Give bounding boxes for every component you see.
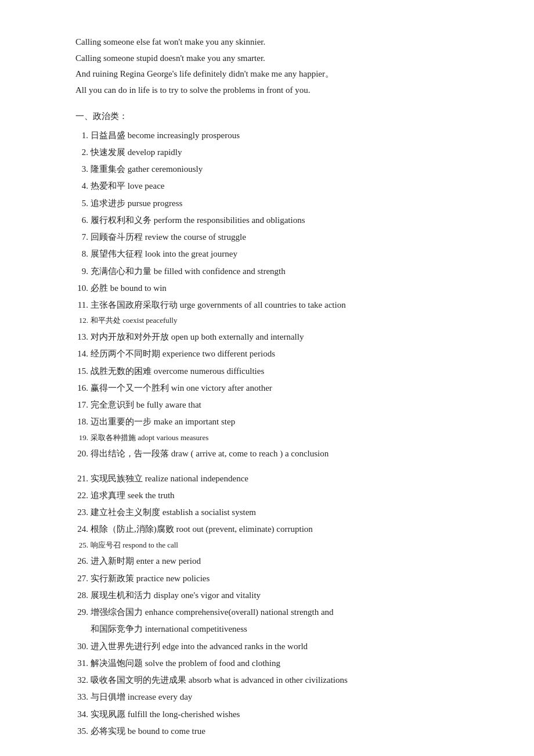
item-english: establish a socialist system: [163, 507, 256, 517]
item-english: practice new policies: [136, 574, 210, 583]
item-english: respond to the call: [122, 541, 178, 549]
item-english: coexist peacefully: [122, 316, 177, 325]
item-number: 24.: [75, 521, 88, 537]
item-chinese: 快速发展: [91, 147, 128, 157]
list-item: 6.履行权利和义务 perform the responsibilities a…: [75, 213, 459, 228]
item-number: 14.: [75, 346, 88, 361]
item-chinese: 迈出重要的一步: [91, 417, 154, 426]
list-item: 和国际竞争力 international competitiveness: [75, 621, 459, 636]
list-item: 2.快速发展 develop rapidly: [75, 145, 459, 160]
item-english: enter a new period: [136, 556, 201, 566]
list-item: 20.得出结论，告一段落 draw ( arrive at, come to r…: [75, 446, 459, 461]
item-chinese: 赢得一个又一个胜利: [91, 383, 171, 393]
item-number: 20.: [75, 446, 88, 461]
list-item: 24.根除（防止,消除)腐败 root out (prevent, elimin…: [75, 521, 459, 537]
item-english: adopt various measures: [138, 433, 208, 442]
item-chinese: 与日俱增: [91, 692, 128, 701]
item-chinese: 热爱和平: [91, 181, 128, 190]
item-number: 8.: [75, 246, 88, 261]
list-item: 30.进入世界先进行列 edge into the advanced ranks…: [75, 639, 459, 654]
item-chinese: 必将实现: [91, 726, 128, 736]
item-english: make an important step: [154, 417, 235, 426]
item-chinese: 实行新政策: [91, 574, 136, 583]
item-number: 29.: [75, 604, 88, 620]
item-english: love peace: [128, 181, 165, 190]
intro-line-2: Calling someone stupid doesn't make you …: [75, 51, 459, 66]
item-chinese: 回顾奋斗历程: [91, 232, 145, 242]
section2-list: 21.实现民族独立 realize national independence2…: [75, 471, 459, 739]
item-english: gather ceremoniously: [128, 164, 203, 174]
item-english: pursue progress: [128, 199, 183, 208]
item-number: 18.: [75, 414, 88, 429]
item-chinese: 实现民族独立: [91, 474, 145, 483]
item-number: 27.: [75, 571, 88, 586]
list-item: 14.经历两个不同时期 experience two different per…: [75, 346, 459, 361]
item-number: 1.: [75, 128, 88, 143]
item-number: 11.: [75, 297, 88, 312]
item-chinese: 战胜无数的困难: [91, 366, 154, 376]
item-number: 33.: [75, 689, 88, 704]
item-english: seek the truth: [128, 491, 175, 500]
section1-list: 1.日益昌盛 become increasingly prosperous2.快…: [75, 128, 459, 462]
list-item: 33.与日俱增 increase every day: [75, 689, 459, 704]
item-english: urge governments of all countries to tak…: [180, 300, 346, 309]
item-english: enhance comprehensive(overall) national …: [145, 607, 334, 617]
item-english: realize national independence: [145, 474, 248, 483]
item-number: 10.: [75, 280, 88, 296]
item-english: root out (prevent, eliminate) corruption: [176, 524, 313, 534]
item-chinese: 日益昌盛: [91, 131, 128, 140]
item-english: experience two different periods: [163, 349, 275, 358]
item-number: 13.: [75, 329, 88, 344]
item-chinese: 响应号召: [91, 541, 122, 549]
item-number: 35.: [75, 723, 88, 739]
item-number: 15.: [75, 363, 88, 379]
item-english: be filled with confidence and strength: [154, 267, 286, 276]
list-item: 3.隆重集会 gather ceremoniously: [75, 161, 459, 177]
item-number: 23.: [75, 505, 88, 520]
item-chinese: 履行权利和义务: [91, 215, 154, 225]
item-chinese: 展现生机和活力: [91, 591, 154, 600]
item-chinese: 实现夙愿: [91, 710, 128, 719]
item-english: be fully aware that: [136, 400, 201, 409]
list-item: 13.对内开放和对外开放 open up both externally and…: [75, 329, 459, 344]
item-english: solve the problem of food and clothing: [145, 658, 280, 668]
item-chinese: 得出结论，告一段落: [91, 449, 171, 458]
section2: 21.实现民族独立 realize national independence2…: [75, 471, 459, 739]
list-item: 25.响应号召 respond to the call: [75, 539, 459, 552]
list-item: 1.日益昌盛 become increasingly prosperous: [75, 128, 459, 143]
item-number: 22.: [75, 488, 88, 503]
item-english: edge into the advanced ranks in the worl…: [163, 642, 308, 651]
item-number: 12.: [75, 314, 88, 327]
item-chinese: 经历两个不同时期: [91, 349, 163, 358]
list-item: 11.主张各国政府采取行动 urge governments of all co…: [75, 297, 459, 312]
item-chinese: 完全意识到: [91, 400, 136, 409]
intro-line-3: And ruining Regina George's life definit…: [75, 67, 459, 82]
list-item: 29.增强综合国力 enhance comprehensive(overall)…: [75, 604, 459, 620]
list-item: 12.和平共处 coexist peacefully: [75, 314, 459, 327]
list-item: 21.实现民族独立 realize national independence: [75, 471, 459, 486]
list-item: 22.追求真理 seek the truth: [75, 488, 459, 503]
item-number: 21.: [75, 471, 88, 486]
item-chinese: 建立社会主义制度: [91, 507, 163, 517]
item-chinese: 和平共处: [91, 316, 122, 325]
list-item: 32.吸收各国文明的先进成果 absorb what is advanced i…: [75, 672, 459, 687]
item-english: draw ( arrive at, come to reach ) a conc…: [171, 449, 329, 458]
list-item: 5.追求进步 pursue progress: [75, 196, 459, 211]
list-item: 16.赢得一个又一个胜利 win one victory after anoth…: [75, 380, 459, 395]
item-number: 16.: [75, 380, 88, 395]
item-english: be bound to win: [110, 283, 167, 293]
item-chinese: 和国际竞争力: [91, 624, 145, 633]
item-chinese: 展望伟大征程: [91, 249, 145, 258]
item-number: 31.: [75, 656, 88, 671]
item-english: develop rapidly: [128, 147, 182, 157]
list-item: 34.实现夙愿 fulfill the long-cherished wishe…: [75, 707, 459, 722]
list-item: 15.战胜无数的困难 overcome numerous difficultie…: [75, 363, 459, 379]
item-number: 34.: [75, 707, 88, 722]
item-chinese: 必胜: [91, 283, 110, 293]
list-item: 17.完全意识到 be fully aware that: [75, 397, 459, 412]
item-number: 19.: [75, 431, 88, 445]
list-item: 23.建立社会主义制度 establish a socialist system: [75, 505, 459, 520]
item-english: look into the great journey: [145, 249, 237, 258]
list-item: 4.热爱和平 love peace: [75, 178, 459, 193]
item-number: 28.: [75, 588, 88, 603]
